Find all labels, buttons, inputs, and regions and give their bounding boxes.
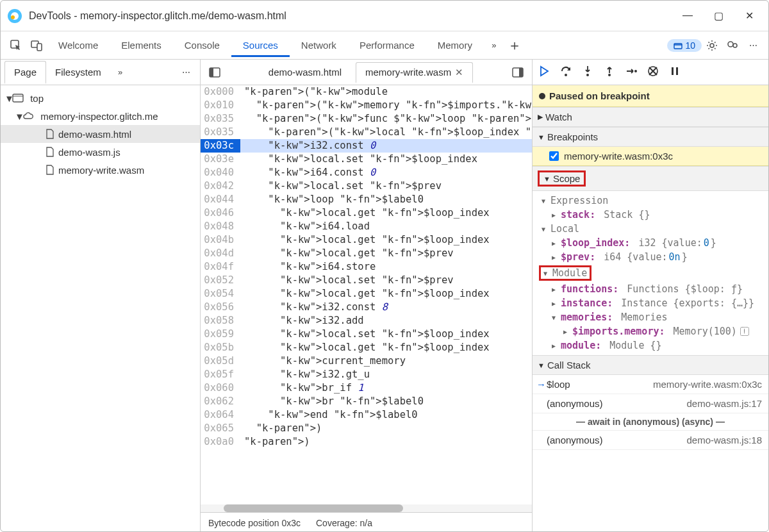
tab-memory[interactable]: Memory	[426, 33, 484, 57]
svg-rect-12	[210, 68, 213, 77]
code-line[interactable]: 0x04d "k-kw">local.get "k-fn">$prev	[201, 247, 532, 260]
scope-memories[interactable]: ▼memories: Memories	[533, 310, 768, 324]
breakpoint-checkbox[interactable]	[549, 151, 559, 161]
inspect-element-icon[interactable]	[6, 35, 26, 56]
tab-welcome[interactable]: Welcome	[47, 33, 110, 57]
code-line[interactable]: 0x054 "k-kw">local.get "k-fn">$loop_inde…	[201, 287, 532, 301]
editor-tab-wasm[interactable]: memory-write.wasm✕	[356, 62, 473, 83]
step-button[interactable]	[625, 65, 638, 79]
code-line[interactable]: 0x060 "k-kw">br_if 1	[201, 381, 532, 395]
code-line[interactable]: 0x048 "k-kw">i64.load	[201, 220, 532, 233]
code-line[interactable]: 0x03c "k-kw">i32.const 0	[201, 139, 532, 153]
callstack-frame[interactable]: (anonymous)demo-wasm.js:17	[533, 394, 768, 413]
tree-file-wasm[interactable]: memory-write.wasm	[1, 161, 200, 179]
svg-rect-6	[674, 44, 682, 49]
code-line[interactable]: 0x058 "k-kw">i32.add	[201, 314, 532, 328]
tab-console[interactable]: Console	[173, 33, 231, 57]
pause-exceptions-button[interactable]	[668, 65, 681, 79]
code-line[interactable]: 0x046 "k-kw">local.get "k-fn">$loop_inde…	[201, 206, 532, 220]
close-button[interactable]: ✕	[741, 10, 757, 22]
device-toolbar-icon[interactable]	[26, 35, 47, 56]
code-line[interactable]: 0x040 "k-kw">i64.const 0	[201, 166, 532, 179]
code-line[interactable]: 0x052 "k-kw">local.set "k-fn">$prev	[201, 274, 532, 287]
tree-domain[interactable]: ▼ memory-inspector.glitch.me	[1, 107, 200, 125]
code-line[interactable]: 0x05d "k-kw">current_memory	[201, 354, 532, 368]
code-editor[interactable]: 0x000"k-paren">("k-kw">module0x010 "k-pa…	[201, 85, 532, 504]
tree-file-html[interactable]: demo-wasm.html	[1, 125, 200, 143]
minimize-button[interactable]: —	[680, 10, 695, 22]
code-line[interactable]: 0x05f "k-kw">i32.gt_u	[201, 368, 532, 381]
scope-loop-index[interactable]: ▶$loop_index: i32 {value: 0}	[533, 236, 768, 250]
editor-tab-html[interactable]: demo-wasm.html	[260, 62, 351, 83]
callstack-frame[interactable]: $loopmemory-write.wasm:0x3c	[533, 375, 768, 394]
scope-module-obj[interactable]: ▶module: Module {}	[533, 338, 768, 353]
callstack-frame[interactable]: (anonymous)demo-wasm.js:18	[533, 431, 768, 450]
code-line[interactable]: 0x05b "k-kw">local.get "k-fn">$loop_inde…	[201, 341, 532, 354]
more-tabs-icon[interactable]: »	[484, 35, 504, 56]
code-line[interactable]: 0x065 "k-paren">)	[201, 422, 532, 435]
navigator-tab-page[interactable]: Page	[4, 61, 46, 84]
navigator-more-icon[interactable]: »	[110, 62, 131, 83]
section-scope[interactable]: ▼Scope	[533, 166, 768, 191]
svg-rect-10	[13, 94, 23, 102]
section-watch[interactable]: ▶Watch	[533, 107, 768, 127]
code-line[interactable]: 0x0a0"k-paren">)	[201, 435, 532, 449]
scope-module[interactable]: ▼Module	[533, 264, 768, 282]
horizontal-scrollbar[interactable]	[201, 504, 532, 512]
close-tab-icon[interactable]: ✕	[455, 67, 463, 78]
section-callstack[interactable]: ▼Call Stack	[533, 355, 768, 375]
code-line[interactable]: 0x042 "k-kw">local.set "k-fn">$prev	[201, 179, 532, 193]
new-tab-icon[interactable]: ＋	[504, 35, 525, 56]
scope-imports-memory[interactable]: ▶$imports.memory: Memory(100)⁞	[533, 324, 768, 338]
step-into-button[interactable]	[581, 65, 594, 79]
tree-top[interactable]: ▼ top	[1, 89, 200, 107]
scope-stack[interactable]: ▶stack: Stack {}	[533, 208, 768, 222]
tab-performance[interactable]: Performance	[348, 33, 426, 57]
code-line[interactable]: 0x059 "k-kw">local.set "k-fn">$loop_inde…	[201, 328, 532, 341]
code-line[interactable]: 0x062 "k-kw">br "k-fn">$label0	[201, 395, 532, 408]
breakpoint-row[interactable]: memory-write.wasm:0x3c	[533, 147, 768, 166]
toggle-debugger-icon[interactable]	[508, 62, 528, 83]
code-line[interactable]: 0x056 "k-kw">i32.const 8	[201, 301, 532, 314]
tab-elements[interactable]: Elements	[110, 33, 173, 57]
scope-prev[interactable]: ▶$prev: i64 {value: 0n}	[533, 250, 768, 264]
file-icon	[45, 165, 54, 175]
code-line[interactable]: 0x010 "k-paren">("k-kw">memory "k-fn">$i…	[201, 99, 532, 112]
issues-button[interactable]: 10	[667, 39, 702, 52]
settings-icon[interactable]	[702, 35, 722, 56]
more-menu-icon[interactable]: ⋯	[743, 35, 763, 56]
section-breakpoints[interactable]: ▼Breakpoints	[533, 127, 768, 147]
file-tree: ▼ top ▼ memory-inspector.glitch.me demo-…	[1, 85, 200, 183]
code-line[interactable]: 0x044 "k-kw">loop "k-fn">$label0	[201, 193, 532, 206]
step-out-button[interactable]	[603, 65, 616, 79]
svg-point-16	[586, 74, 589, 76]
resume-button[interactable]	[538, 65, 550, 79]
memory-inspector-icon[interactable]: ⁞	[740, 327, 749, 336]
step-over-button[interactable]	[559, 65, 572, 79]
scope-expression[interactable]: ▼Expression	[533, 194, 768, 208]
scope-instance[interactable]: ▶instance: Instance {exports: {…}}	[533, 296, 768, 310]
scope-functions[interactable]: ▶functions: Functions {$loop: ƒ}	[533, 282, 768, 296]
file-icon	[45, 129, 54, 139]
debug-toolbar	[533, 60, 768, 85]
feedback-icon[interactable]	[722, 35, 743, 56]
code-line[interactable]: 0x04b "k-kw">local.get "k-fn">$loop_inde…	[201, 233, 532, 247]
tree-file-js[interactable]: demo-wasm.js	[1, 143, 200, 161]
code-line[interactable]: 0x000"k-paren">("k-kw">module	[201, 85, 532, 99]
code-line[interactable]: 0x064 "k-kw">end "k-fn">$label0	[201, 408, 532, 422]
svg-point-17	[608, 74, 611, 76]
scope-local[interactable]: ▼Local	[533, 222, 768, 236]
code-line[interactable]: 0x035 "k-paren">("k-kw">func $"k-kw">loo…	[201, 112, 532, 126]
maximize-button[interactable]: ▢	[711, 10, 726, 22]
pause-dot-icon	[539, 93, 545, 99]
code-line[interactable]: 0x04f "k-kw">i64.store	[201, 260, 532, 274]
toggle-navigator-icon[interactable]	[204, 62, 225, 83]
svg-rect-20	[672, 67, 674, 75]
tab-sources[interactable]: Sources	[231, 33, 290, 57]
code-line[interactable]: 0x03e "k-kw">local.set "k-fn">$loop_inde…	[201, 153, 532, 166]
tab-network[interactable]: Network	[290, 33, 348, 57]
navigator-menu-icon[interactable]: ⋯	[176, 62, 196, 83]
navigator-tab-filesystem[interactable]: Filesystem	[46, 62, 110, 83]
deactivate-breakpoints-button[interactable]	[647, 65, 659, 79]
code-line[interactable]: 0x035 "k-paren">("k-kw">local "k-fn">$lo…	[201, 126, 532, 139]
